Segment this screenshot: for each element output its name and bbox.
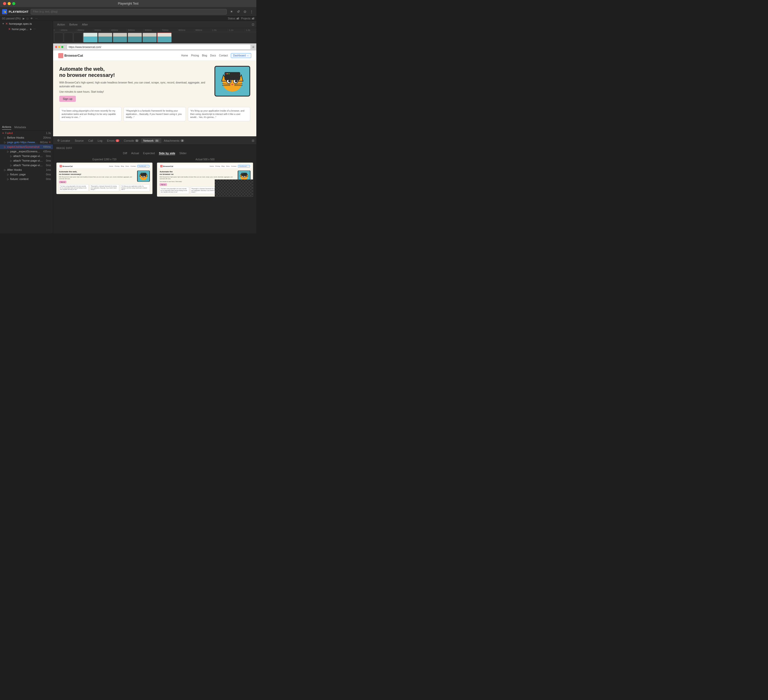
expected-desc: With BrowserCat's high-speed, high-scale… [59, 176, 136, 180]
stop-button[interactable]: □ [27, 17, 28, 20]
tab-actions[interactable]: Actions [2, 124, 11, 130]
tab-call[interactable]: Call [86, 138, 95, 143]
step-row-attach2[interactable]: ▷ attach "home-page-visual-tes... 0ms [0, 158, 53, 163]
site-hero: Automate the web, no browser necessary! … [53, 61, 256, 107]
step-row-fixture-context[interactable]: ▷ fixture: context 0ms [0, 177, 53, 181]
expected-image-header: Expected 1280 x 720 [56, 158, 153, 161]
cancel-button[interactable]: ⊙ [242, 9, 248, 14]
actual-image-frame: BrowserCat Home Pricing Blog Docs Contac… [157, 162, 253, 197]
diff-tab-side-by-side[interactable]: Side by side [159, 152, 175, 155]
testimonial-text-1: "I've been using playwright a lot more r… [62, 110, 116, 118]
nav-blog[interactable]: Blog [202, 54, 207, 57]
step-row-attach1[interactable]: ▷ attach "home-page-visual-tes... 0ms [0, 154, 53, 158]
ss-thumb-1[interactable] [54, 33, 63, 42]
expected-nav-blog: Blog [121, 165, 124, 167]
site-nav: BrowserCat Home Pricing Blog Docs Contac… [53, 51, 256, 61]
settings-button[interactable]: ⋮ [249, 9, 254, 14]
more-test-icon[interactable]: ⋯ [34, 28, 36, 30]
filter-input[interactable]: Filter (e.g. text, @tag) [30, 9, 227, 14]
run-button[interactable]: ▶ [23, 17, 25, 20]
hero-signup-btn[interactable]: Sign up [59, 96, 76, 102]
nav-dashboard-btn[interactable]: Dashboard → [231, 53, 251, 58]
tab-network[interactable]: Network 21 [141, 138, 161, 143]
diff-mode-tabs: Diff Actual Expected Side by side Slider [56, 152, 253, 155]
step-row-before-hooks[interactable]: ▷ Before Hooks 204ms [0, 135, 53, 140]
tab-log[interactable]: Log [96, 138, 104, 143]
run-test-icon[interactable]: ▶ [30, 28, 32, 30]
step-name-fixture-context: fixture: context [10, 177, 29, 181]
title-bar: Playwright Test [0, 0, 256, 7]
diff-tab-diff[interactable]: Diff [123, 152, 127, 155]
traffic-lights [3, 2, 15, 5]
testimonial-row: "I've been using playwright a lot more r… [53, 107, 256, 124]
tab-before[interactable]: Before [67, 23, 80, 26]
ruler-700: 700ms [160, 29, 177, 31]
expected-logo-text: BrowserCat [62, 165, 72, 167]
diff-tab-slider[interactable]: Slider [179, 152, 186, 155]
browser-url-bar[interactable]: https://www.browsercat.com/ [67, 45, 251, 50]
testimonial-text-2: "Playwright is a fantastic framework for… [126, 110, 182, 118]
step-row-attach3[interactable]: ▷ attach "home-page-visual-tes... 0ms [0, 163, 53, 168]
diff-tab-expected[interactable]: Expected [143, 152, 155, 155]
ss-thumb-7[interactable] [128, 33, 142, 42]
nav-docs[interactable]: Docs [210, 54, 216, 57]
step-attach3-icon: ▷ [10, 164, 12, 167]
tab-after[interactable]: After [80, 23, 90, 26]
step-row-fixture-page[interactable]: ▷ fixture: page 0ms [0, 172, 53, 177]
nav-home[interactable]: Home [181, 54, 188, 57]
ss-thumb-8[interactable] [142, 33, 157, 42]
tab-errors[interactable]: Errors 1 [105, 138, 121, 143]
site-logo: BrowserCat [58, 53, 83, 58]
expected-nav-btn: Dashboard → [138, 165, 149, 168]
ss-thumb-2[interactable] [64, 33, 73, 42]
site-logo-icon [58, 53, 63, 58]
maximize-button[interactable] [12, 2, 15, 5]
test-item[interactable]: ✕ home page... ▶ ⋯ [0, 27, 53, 32]
step-duration-expect-screenshot: 435ms [43, 150, 51, 153]
expand-preview-button[interactable]: ⊡ [252, 23, 254, 26]
expected-card-1: "I've been using playwright a lot more r… [59, 184, 89, 192]
tab-attachments[interactable]: Attachments 3 [162, 138, 186, 143]
more-button[interactable]: ⋯ [35, 17, 38, 20]
step-row-expect-screenshot[interactable]: ▷ page._expectScreenshot 435ms [0, 149, 53, 154]
diff-tab-actual[interactable]: Actual [131, 152, 139, 155]
gear-icon: ⚙ [57, 139, 60, 142]
minimize-button[interactable] [8, 2, 11, 5]
test-file-item[interactable]: ▼ ✕ homepage.spec.ts [0, 21, 53, 27]
split-panel-button[interactable]: ⊟ [252, 139, 254, 142]
theme-toggle-button[interactable]: ☀ [229, 9, 234, 14]
step-row-failed[interactable]: ✕ Failed 1.3s [0, 131, 53, 135]
network-tab-label: Network [143, 139, 154, 142]
tab-source[interactable]: Source [73, 138, 86, 143]
step-row-screenshot[interactable]: ▷ expect.toHaveScreenshot 444ms [0, 144, 53, 149]
hero-text: Automate the web, no browser necessary! … [59, 66, 210, 102]
ss-thumb-4[interactable] [83, 33, 98, 42]
step-duration-after-hooks: 1ms [46, 168, 51, 171]
tab-console[interactable]: Console 1 [122, 138, 141, 143]
ss-thumb-3[interactable] [74, 33, 83, 42]
step-row-after-hooks[interactable]: ▷ After Hooks 1ms [0, 168, 53, 172]
watch-button[interactable]: 👁 [30, 17, 33, 20]
ss-thumb-6[interactable] [113, 33, 127, 42]
step-duration-screenshot: 444ms [43, 145, 51, 148]
close-button[interactable] [3, 2, 6, 5]
tab-action[interactable]: Action [55, 23, 67, 26]
svg-point-7 [235, 80, 237, 83]
testimonial-2: "Playwright is a fantastic framework for… [123, 107, 186, 121]
site-logo-text: BrowserCat [64, 54, 83, 58]
ss-thumb-5[interactable] [98, 33, 112, 42]
tab-metadata[interactable]: Metadata [14, 125, 26, 130]
browser-menu-icon[interactable]: ≡ [252, 45, 254, 49]
expected-cta: Sign up [59, 181, 66, 183]
expected-nav-pricing: Pricing [115, 165, 119, 167]
ss-thumb-active[interactable] [157, 33, 171, 42]
network-badge: 21 [155, 139, 159, 142]
nav-pricing[interactable]: Pricing [191, 54, 199, 57]
reload-button[interactable]: ↺ [235, 9, 241, 14]
step-name-failed: Failed [5, 131, 13, 134]
step-row-goto[interactable]: ▷ page.goto https://www.br... 661ms ① [0, 140, 53, 144]
svg-point-25 [143, 178, 144, 179]
tab-locator[interactable]: ⚙ Locator [55, 138, 72, 143]
nav-contact[interactable]: Contact [219, 54, 228, 57]
errors-badge: 1 [116, 139, 119, 142]
